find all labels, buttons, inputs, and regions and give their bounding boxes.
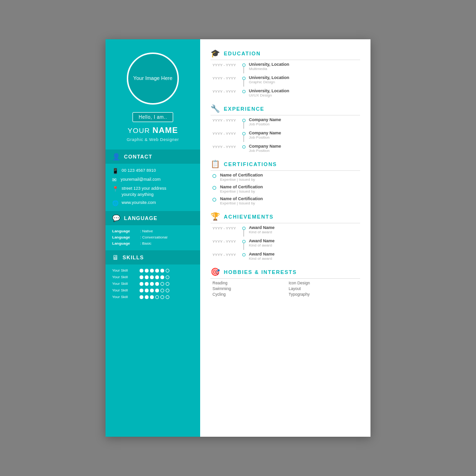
contact-label: CONTACT [124,154,152,159]
skill-dot [145,295,149,299]
skill-dot [145,275,149,279]
timeline-dot [242,253,246,256]
cert-sub: Expertise | Issued by [220,177,263,182]
timeline-item: YYYY - YYYY Company Name Job Position [212,144,360,153]
skill-dot [166,282,169,286]
timeline-item: YYYY - YYYY Award Name Kind of award [212,225,360,237]
timeline-title: University, Location [249,88,289,93]
timeline-title: Award Name [249,238,274,243]
cert-dot [212,186,216,190]
timeline-dot-line [241,117,246,129]
timeline-line [243,122,244,129]
hobby-item: Cycling [212,292,284,297]
timeline-sub: Job Position [249,149,281,153]
timeline-title: Company Name [249,144,281,149]
timeline-item: YYYY - YYYY Award Name Kind of award [212,238,360,250]
skills-label: SKILLS [123,255,144,260]
certifications-icon: 📋 [211,159,220,168]
timeline-line [243,80,244,87]
cert-item: Name of Certification Expertise | Issued… [212,196,360,205]
email-text: youremail@mail.com [121,176,160,183]
education-items: YYYY - YYYY University, Location Multime… [211,62,360,97]
skill-dot [166,295,169,299]
cert-title: Name of Certification [220,173,263,177]
skill-dot [160,282,164,286]
timeline-dot [242,132,246,135]
skill-dot [145,269,149,273]
hobbies-label: HOBBIES & INTERESTS [224,269,297,275]
timeline-sub: Job Position [249,122,281,126]
skill-dot [150,282,154,286]
timeline-line [243,230,244,237]
cert-dot [212,198,216,202]
timeline-dot-line [241,88,246,93]
skill-item: Your Skill [112,295,194,299]
phone-text: 00 123 4567 8910 [122,167,156,174]
experience-label: EXPERIENCE [224,106,264,112]
skill-dot [160,269,164,273]
cert-content: Name of Certification Expertise | Issued… [220,196,263,205]
skill-name: Your Skill [112,275,136,279]
skill-dot [166,289,169,292]
contact-items: 📱 00 123 4567 8910 ✉ youremail@mail.com … [106,167,200,211]
timeline-date: YYYY - YYYY [212,144,238,149]
skill-item: Your Skill [112,282,194,286]
achievements-section: 🏆 ACHIEVEMENTS YYYY - YYYY Award Name Ki… [211,212,360,261]
skill-dot [150,269,154,273]
cert-dot [212,174,216,178]
contact-icon: 👤 [112,153,120,160]
skill-name: Your Skill [112,282,136,286]
timeline-line [243,135,244,142]
timeline-title: Award Name [249,252,274,256]
skill-dots [140,275,169,279]
timeline-sub: Kind of award [249,256,274,261]
skills-header: 🖥 SKILLS [106,250,200,264]
timeline-sub: Kind of award [249,230,274,234]
hobby-item: Reading [212,281,284,285]
timeline-item: YYYY - YYYY Company Name Job Position [212,117,360,129]
timeline-date: YYYY - YYYY [212,75,238,80]
timeline-title: Company Name [249,117,281,122]
timeline-item: YYYY - YYYY University, Location Multime… [212,62,360,73]
name-first: YOUR [128,126,153,134]
hobby-item: Typography [289,292,360,297]
experience-icon: 🔧 [211,104,220,113]
achievements-label: ACHIEVEMENTS [224,214,273,220]
skill-dot [160,295,164,299]
skill-dot [145,289,149,292]
skill-dot [145,282,149,286]
certifications-label: CERTIFICATIONS [224,161,277,167]
skill-item: Your Skill [112,275,194,279]
timeline-date: YYYY - YYYY [212,252,238,257]
hobby-item: Layout [289,286,360,291]
timeline-title: University, Location [249,75,289,80]
timeline-sub: Graphic Design [249,80,289,84]
timeline-date: YYYY - YYYY [212,238,238,244]
skill-dot [155,269,159,273]
skill-name: Your Skill [112,295,136,299]
skill-dot [140,295,143,299]
address-text: street 123 your address yourcity anythin… [122,185,167,197]
timeline-dot-line [241,62,246,73]
timeline-date: YYYY - YYYY [212,88,238,94]
phone-icon: 📱 [112,168,119,174]
experience-header: 🔧 EXPERIENCE [211,104,360,115]
certifications-header: 📋 CERTIFICATIONS [211,159,360,171]
lang-1: Language : Native [112,229,194,233]
skill-dot [166,269,169,273]
lang-3: Language : Basic [112,241,194,246]
timeline-content: Award Name Kind of award [249,252,274,261]
job-title: Graphic & Web Designer [127,137,179,142]
skill-dots [140,282,169,286]
achievements-icon: 🏆 [211,212,220,221]
skill-dot [140,269,143,273]
skill-dot [155,295,159,299]
experience-section: 🔧 EXPERIENCE YYYY - YYYY Company Name Jo… [211,104,360,153]
cert-content: Name of Certification Expertise | Issued… [220,185,263,194]
timeline-line [243,67,244,73]
skill-dots [140,295,169,299]
timeline-item: YYYY - YYYY Company Name Job Position [212,131,360,142]
cert-title: Name of Certification [220,196,263,201]
contact-phone: 📱 00 123 4567 8910 [112,167,194,174]
achievements-header: 🏆 ACHIEVEMENTS [211,212,360,223]
